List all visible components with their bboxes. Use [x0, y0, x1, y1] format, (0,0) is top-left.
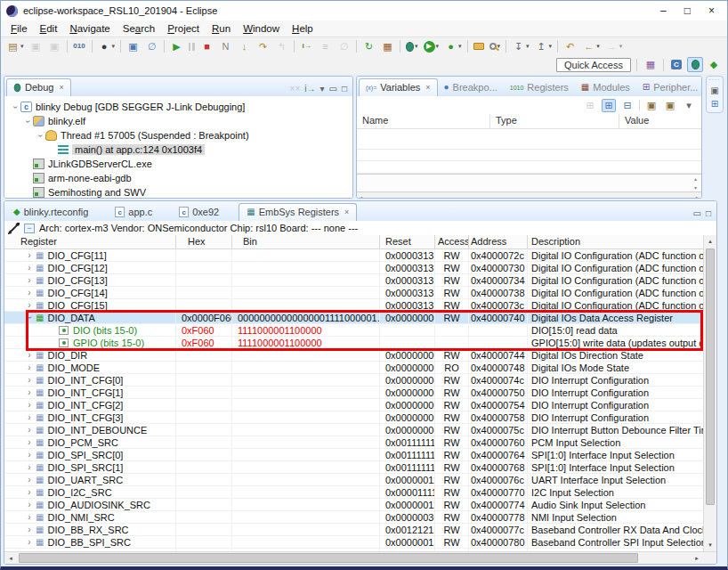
register-row-dio-nmi-src[interactable]: ›▦DIO_NMI_SRC0x00000030RW0x40000778NMI I… [4, 511, 703, 524]
tab-breakpo[interactable]: ●Breakpo... [438, 79, 504, 96]
terminate-button[interactable]: ■ [198, 38, 215, 54]
twisty-icon[interactable]: › [24, 437, 35, 447]
register-row-dio-int-cfg-3-[interactable]: ›▦DIO_INT_CFG[3]0x00000000RW0x40000758DI… [4, 411, 703, 424]
register-row-dio-mode[interactable]: ›▦DIO_MODE0x00000000RO0x40000748Digital … [4, 362, 703, 374]
twisty-icon[interactable]: › [24, 288, 35, 297]
column-header-value[interactable]: Value [619, 114, 701, 128]
register-row-dio-int-debounce[interactable]: ›▦DIO_INT_DEBOUNCE0x00000000RW0x4000075c… [4, 424, 703, 436]
debug-tree-item[interactable]: ›blinky.elf [4, 114, 352, 128]
register-row-dio-cfg-15-[interactable]: ›▦DIO_CFG[15]0x0000313FRW0x4000073cDigit… [4, 299, 703, 312]
column-header-hex[interactable]: Hex [176, 235, 232, 248]
previous-annotation-button[interactable]: ↥▾ [533, 38, 554, 54]
scrollbar-track[interactable] [17, 552, 691, 564]
twisty-icon[interactable]: › [24, 487, 35, 497]
register-row-dio-bb-spi-src[interactable]: ›▦DIO_BB_SPI_SRC0x00000012RW0x40000780Ba… [4, 536, 703, 549]
column-header-description[interactable]: Description [528, 235, 703, 248]
build-button[interactable]: 010 [71, 38, 88, 54]
register-row-dio-int-cfg-0-[interactable]: ›▦DIO_INT_CFG[0]0x00000000RW0x4000074cDI… [4, 374, 703, 387]
debug-tree-item[interactable]: ›Thread #1 57005 (Suspended : Breakpoint… [4, 128, 352, 142]
register-row-dio-int-cfg-2-[interactable]: ›▦DIO_INT_CFG[2]0x00000000RW0x40000754DI… [4, 399, 703, 411]
view-menu-button[interactable]: ▾ [320, 84, 324, 94]
twisty-icon[interactable]: › [11, 102, 20, 112]
debug-tree-item[interactable]: JLinkGDBServerCL.exe [4, 157, 352, 171]
twisty-icon[interactable]: › [24, 512, 35, 522]
debug-tree-item[interactable]: ›cblinky Debug [GDB SEGGER J-Link Debugg… [4, 100, 352, 114]
tab-0xe92[interactable]: c0xe92 [172, 204, 226, 221]
close-window-button[interactable]: × [708, 4, 715, 17]
resume-button[interactable]: ▶ [168, 38, 185, 54]
column-header-bin[interactable]: Bin [232, 235, 380, 248]
maximize-window-button[interactable]: □ [684, 4, 691, 17]
step-into-button[interactable]: ↓ [236, 38, 253, 54]
twisty-icon[interactable]: › [24, 387, 35, 397]
register-row-dio-bb-rx-src[interactable]: ›▦DIO_BB_RX_SRC0x00121212RW0x4000077cBas… [4, 524, 703, 536]
skip-all-breakpoints-button[interactable]: ∅ [143, 38, 160, 54]
twisty-icon[interactable]: › [36, 130, 45, 141]
twisty-icon[interactable]: › [24, 400, 35, 410]
register-row-dio-cfg-14-[interactable]: ›▦DIO_CFG[14]0x0000313FRW0x40000738Digit… [4, 287, 703, 299]
menu-run[interactable]: Run [206, 23, 237, 34]
memory-view-button[interactable]: ▦ [379, 38, 396, 54]
menu-edit[interactable]: Edit [34, 23, 64, 34]
debug-tree-item[interactable]: main() at app.c:124 0x1003f4 [4, 142, 352, 157]
twisty-icon[interactable]: › [24, 300, 35, 310]
register-row-dio-pcm-src[interactable]: ›▦DIO_PCM_SRC0x00111111RW0x40000760PCM I… [4, 436, 703, 449]
column-header-reset[interactable]: Reset [380, 235, 435, 248]
new-wizard-button[interactable]: ▤▾ [4, 38, 26, 54]
new-view-button[interactable]: ▣ [644, 99, 659, 112]
instruction-stepping-mode-button[interactable]: i→ [304, 84, 315, 94]
twisty-icon[interactable]: › [24, 263, 35, 273]
register-row-dio-i2c-src[interactable]: ›▦DIO_I2C_SRC0x00001111RW0x40000770I2C I… [4, 486, 703, 499]
twisty-icon[interactable]: › [24, 537, 35, 547]
tab-registers[interactable]: 1010Registers [504, 79, 575, 96]
tab-blinky-rteconfig[interactable]: ◆blinky.rteconfig [6, 204, 95, 221]
maximize-button[interactable]: □ [706, 208, 711, 218]
detail-scrollbar[interactable]: ▴▾ [690, 175, 701, 191]
twisty-icon[interactable]: › [24, 450, 35, 460]
scroll-left-icon[interactable]: ◂ [4, 555, 17, 562]
restore-views-button[interactable]: ▣ [710, 86, 718, 95]
column-header-name[interactable]: Name [357, 114, 490, 128]
tab-peripher[interactable]: ⊞Peripher... [636, 79, 702, 96]
register-row-dio-cfg-13-[interactable]: ›▦DIO_CFG[13]0x0000313FRW0x40000734Digit… [4, 274, 703, 287]
register-row-dio-int-cfg-1-[interactable]: ›▦DIO_INT_CFG[1]0x00000000RW0x40000750DI… [4, 387, 703, 399]
twisty-icon[interactable]: › [24, 425, 35, 435]
register-row-dio-bits-15-0-[interactable]: DIO (bits 15-0)0xF0601111000001100000DIO… [4, 324, 703, 337]
debug-tree-item[interactable]: arm-none-eabi-gdb [4, 171, 352, 185]
view-menu-button[interactable]: ▾ [682, 99, 696, 112]
project-explorer-button[interactable]: ⊞ [711, 99, 718, 109]
cpp-perspective-button[interactable]: C [668, 57, 684, 72]
twisty-icon[interactable]: › [24, 350, 35, 360]
close-icon[interactable]: × [425, 83, 430, 92]
register-row-dio-spi-src-0-[interactable]: ›▦DIO_SPI_SRC[0]0x00111111RW0x40000764SP… [4, 449, 703, 461]
scroll-up-icon[interactable]: ▴ [704, 235, 716, 248]
profile-button[interactable]: ●▾ [96, 38, 117, 54]
drag-grip[interactable]: ···· [708, 78, 720, 82]
menu-help[interactable]: Help [286, 23, 320, 34]
scrollbar-thumb[interactable] [706, 248, 715, 505]
instruction-stepping-button[interactable]: i→ [298, 38, 315, 54]
register-row-dio-spi-src-1-[interactable]: ›▦DIO_SPI_SRC[1]0x00111111RW0x40000768SP… [4, 461, 703, 474]
twisty-icon[interactable]: › [24, 525, 35, 534]
column-header-register[interactable]: Register [4, 235, 176, 248]
collapse-all-icon[interactable]: − [24, 224, 35, 233]
register-row-dio-dir[interactable]: ›▦DIO_DIR0x00000000RW0x40000744Digital I… [4, 349, 703, 362]
debug-tree-item[interactable]: Semihosting and SWV [4, 185, 352, 198]
register-row-gpio-bits-15-0-[interactable]: GPIO (bits 15-0)0xF0601111000001100000GP… [4, 337, 703, 349]
maximize-button[interactable]: □ [342, 84, 347, 94]
twisty-icon[interactable]: › [24, 375, 35, 385]
last-edit-location-button[interactable]: ↶ [562, 38, 578, 54]
back-button[interactable]: ←▾ [580, 38, 602, 54]
twisty-icon[interactable]: › [24, 462, 35, 472]
scrollbar-thumb[interactable] [19, 553, 638, 563]
column-header-address[interactable]: Address [469, 235, 528, 248]
register-row-dio-cfg-11-[interactable]: ›▦DIO_CFG[11]0x0000313FRW0x4000072cDigit… [4, 249, 703, 262]
menu-file[interactable]: File [4, 23, 34, 34]
debug-perspective-button[interactable] [687, 57, 703, 72]
debug-button[interactable]: ▾ [404, 38, 420, 54]
scroll-down-icon[interactable]: ▾ [704, 539, 716, 551]
minimize-button[interactable]: ▭ [329, 84, 337, 94]
twisty-icon[interactable]: › [23, 116, 33, 126]
tab-variables[interactable]: (x)=Variables× [359, 78, 438, 96]
external-tools-button[interactable]: ●▾ [442, 38, 464, 54]
